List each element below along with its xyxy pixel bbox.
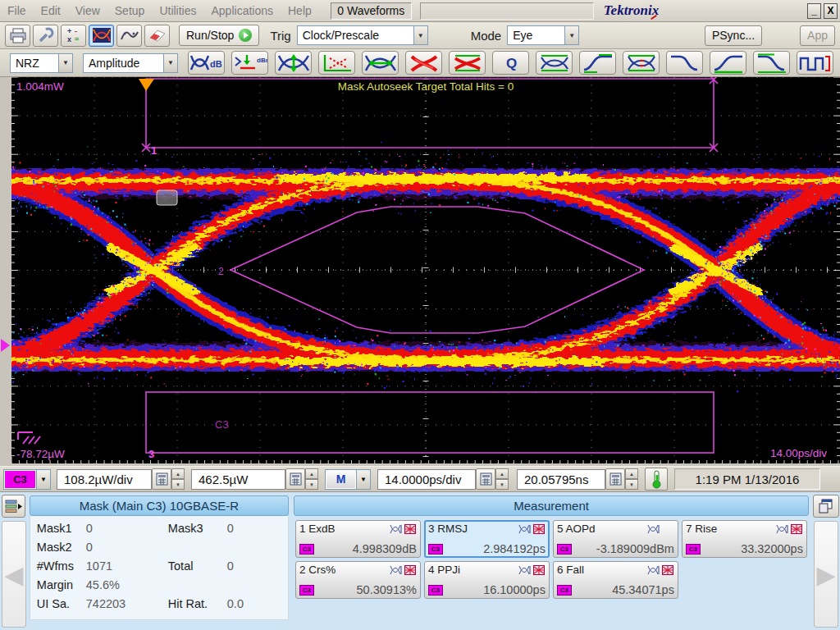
q-factor-button[interactable]: Q <box>492 51 529 75</box>
menu-setup[interactable]: Setup <box>107 4 153 17</box>
mask-icon[interactable] <box>404 565 417 575</box>
measurement-label: 7 Rise <box>686 523 717 535</box>
menu-view[interactable]: View <box>68 4 107 17</box>
fall-edge-icon <box>668 52 702 74</box>
measure-category-value: Amplitude <box>84 57 163 70</box>
eye-diagram-icon[interactable] <box>776 524 788 534</box>
mask-icon[interactable] <box>533 565 546 575</box>
measurement-cell-aopd[interactable]: 5 AOPd C3 -3.189009dBm <box>553 520 678 558</box>
waveform-database-button[interactable] <box>116 25 142 47</box>
stat-value: 742203 <box>86 597 168 610</box>
temperature-button[interactable] <box>645 468 668 491</box>
menu-edit[interactable]: Edit <box>34 4 68 17</box>
eye-diagram-icon[interactable] <box>518 565 531 575</box>
setup-tools-button[interactable] <box>33 25 58 47</box>
run-stop-button[interactable]: Run/Stop <box>179 25 259 46</box>
horizontal-scale-keypad-button[interactable] <box>476 468 495 490</box>
measurement-cell-crs[interactable]: 2 Crs% C3 50.30913% <box>295 561 421 599</box>
crossing-percent-button[interactable] <box>623 51 660 75</box>
trigger-marker[interactable] <box>139 79 154 91</box>
autoseek-status: Mask Autoseek Target Total Hits = 0 <box>338 80 514 93</box>
horizontal-position-spinner[interactable]: ▲▼ <box>625 468 638 490</box>
horizontal-scale-spinner[interactable]: ▲▼ <box>495 468 509 490</box>
vertical-offset-keypad-button[interactable] <box>285 468 305 490</box>
close-button[interactable]: X <box>824 3 838 19</box>
svg-text:-: - <box>75 27 77 35</box>
menu-file[interactable]: File <box>0 4 34 17</box>
mask-icon[interactable] <box>533 524 546 534</box>
scroll-left-panel[interactable]: ◀ <box>2 521 26 628</box>
mode-select[interactable]: Eye ▼ <box>507 25 579 45</box>
burst-width-icon <box>798 52 833 74</box>
signal-format-select[interactable]: NRZ ▼ <box>10 53 73 73</box>
measure-category-select[interactable]: Amplitude ▼ <box>83 53 178 73</box>
eye-diagram-icon[interactable] <box>390 565 402 575</box>
minimize-button[interactable]: _ <box>807 3 821 19</box>
mask-icon[interactable] <box>662 565 674 575</box>
eye-width-button[interactable] <box>362 51 399 75</box>
measurement-cell-rmsj[interactable]: 3 RMSJ C3 2.984192ps <box>424 520 550 558</box>
fall-time-button[interactable] <box>753 51 790 75</box>
vertical-scale-keypad-button[interactable] <box>152 468 171 490</box>
crossing-level-button[interactable] <box>318 51 355 75</box>
eye-diagram-icon[interactable] <box>647 565 660 575</box>
eye-amplitude-button[interactable] <box>536 51 573 75</box>
timebase-select[interactable]: M ▼ <box>325 469 371 490</box>
readout-dock-button[interactable] <box>2 495 25 518</box>
extinction-ratio-button[interactable]: dB <box>188 51 225 75</box>
trigger-source-select[interactable]: Clock/Prescale ▼ <box>297 25 428 45</box>
vertical-offset-field[interactable]: 462.5µW <box>191 469 285 490</box>
measurement-cell-ppji[interactable]: 4 PPJi C3 16.10000ps <box>424 561 550 599</box>
vertical-scale-spinner[interactable]: ▲▼ <box>171 468 185 490</box>
channel-select[interactable]: C3 ▼ <box>3 469 51 490</box>
menu-help[interactable]: Help <box>281 4 319 17</box>
app-button[interactable]: App <box>800 25 835 46</box>
source-badge: C3 <box>299 585 314 596</box>
jitter-pp-icon <box>407 52 441 74</box>
horizontal-position-field[interactable]: 20.05795ns <box>517 469 605 490</box>
vertical-scale-field[interactable]: 108.2µW/div <box>57 469 152 490</box>
eye-diagram-icon[interactable] <box>518 524 531 534</box>
measurement-label: 5 AOPd <box>557 523 596 535</box>
svg-text:+: + <box>67 27 71 35</box>
overlay-handle[interactable] <box>157 190 177 205</box>
eye-diagram-icon[interactable] <box>390 524 402 534</box>
mask-icon[interactable] <box>791 524 803 534</box>
rise-time-button[interactable] <box>710 51 746 75</box>
fall-edge-button[interactable] <box>666 51 703 75</box>
burst-width-button[interactable] <box>797 51 833 75</box>
scroll-right-panel[interactable]: ▶ <box>814 521 838 628</box>
jitter-pp-button[interactable] <box>405 51 442 75</box>
channel-position-marker[interactable] <box>1 339 10 352</box>
mask-test-button[interactable] <box>89 25 114 47</box>
print-button[interactable] <box>5 25 30 47</box>
measurement-label: 1 ExdB <box>299 523 336 535</box>
measurement-cell-fall[interactable]: 6 Fall C3 45.34071ps <box>553 561 678 599</box>
timebase-badge: M <box>326 471 355 488</box>
oma-button[interactable]: dBm <box>231 51 268 75</box>
measurement-panel-header[interactable]: Measurement <box>294 495 809 516</box>
empty-measurement-slot <box>682 561 807 599</box>
eye-diagram-icon[interactable] <box>647 524 660 534</box>
bottom-amplitude-label: -78.72µW <box>16 448 65 460</box>
copy-panel-button[interactable] <box>813 495 839 518</box>
mask-icon[interactable] <box>404 524 417 534</box>
eye-height-button[interactable] <box>275 51 312 75</box>
tile-display-button[interactable]: + - x = <box>61 25 86 47</box>
vertical-offset-spinner[interactable]: ▲▼ <box>305 468 318 490</box>
horizontal-position-keypad-button[interactable] <box>605 468 625 490</box>
status-strip <box>420 2 594 20</box>
jitter-rms-button[interactable] <box>449 51 486 75</box>
rise-edge-button[interactable] <box>579 51 616 75</box>
menu-applications[interactable]: Applications <box>204 4 281 17</box>
measurement-cell-rise[interactable]: 7 Rise C3 33.32000ps <box>682 520 807 558</box>
source-badge: C3 <box>428 585 443 596</box>
psync-button[interactable]: PSync... <box>705 25 762 46</box>
measurement-label: 6 Fall <box>557 564 584 576</box>
measurement-cell-exdb[interactable]: 1 ExdB C3 4.998309dB <box>295 520 421 558</box>
mask-panel-header[interactable]: Mask (Main C3) 10GBASE-R <box>30 495 289 516</box>
horizontal-scale-field[interactable]: 14.0000ps/div <box>377 469 476 490</box>
chevron-left-icon: ◀ <box>4 560 23 589</box>
clear-data-button[interactable] <box>144 25 170 47</box>
menu-utilities[interactable]: Utilities <box>152 4 203 17</box>
